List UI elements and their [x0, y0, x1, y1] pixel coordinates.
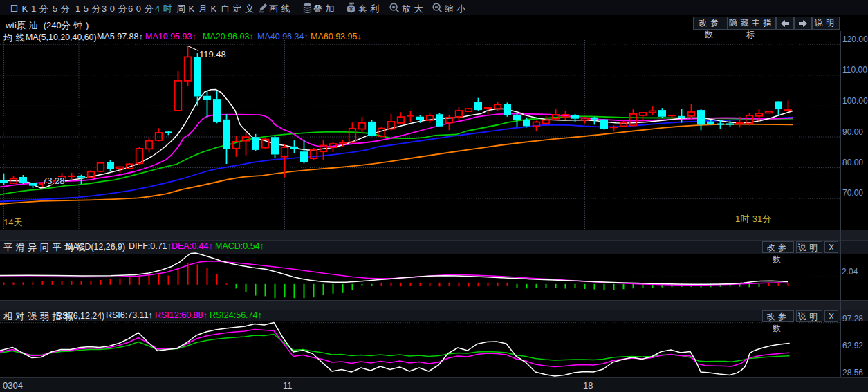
svg-text:119.48: 119.48: [199, 49, 226, 59]
svg-text:¥: ¥: [349, 6, 353, 12]
svg-text:73.28: 73.28: [42, 176, 65, 186]
